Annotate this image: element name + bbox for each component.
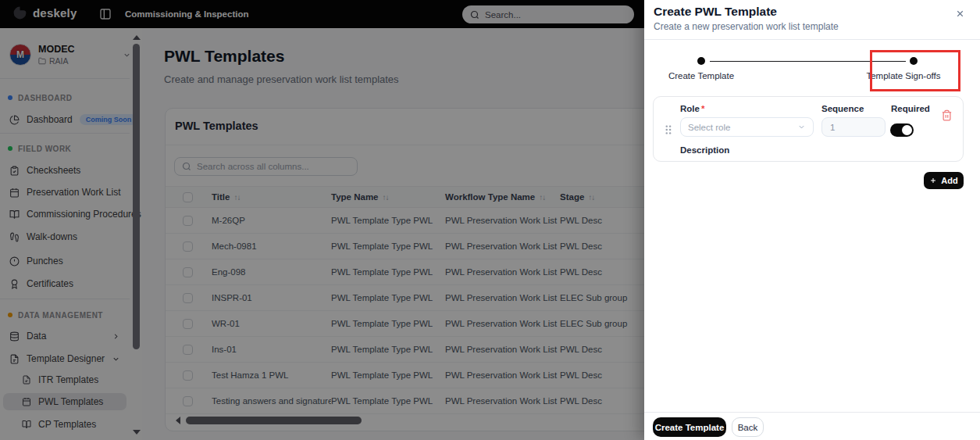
divider: [644, 39, 980, 40]
red-annotation-box: [870, 50, 960, 91]
drawer-title: Create PWL Template: [654, 5, 777, 19]
chevron-down-icon: [797, 123, 806, 131]
modal-dim-overlay[interactable]: [0, 0, 644, 440]
divider: [644, 412, 980, 413]
close-icon[interactable]: [953, 6, 967, 20]
toggle-knob: [902, 125, 912, 135]
role-label: Role*: [680, 104, 704, 113]
role-select[interactable]: Select role: [680, 117, 814, 137]
signoff-row-card: Role* Select role Sequence Required Desc…: [653, 96, 964, 162]
trash-icon[interactable]: [941, 109, 953, 121]
sequence-input[interactable]: [821, 117, 886, 137]
required-asterisk: *: [701, 104, 704, 113]
description-label: Description: [680, 145, 729, 155]
drag-handle-icon[interactable]: [665, 124, 672, 135]
plus-icon: [929, 177, 937, 184]
required-label: Required: [891, 104, 930, 113]
step-dot-create-template: [697, 57, 705, 65]
create-template-button[interactable]: Create Template: [653, 417, 726, 437]
step-label-create-template[interactable]: Create Template: [650, 71, 752, 80]
required-toggle[interactable]: [890, 123, 914, 137]
sequence-label: Sequence: [821, 104, 864, 113]
role-select-placeholder: Select role: [688, 123, 797, 132]
create-pwl-template-drawer: Create PWL Template Create a new preserv…: [644, 0, 980, 440]
back-button[interactable]: Back: [732, 417, 764, 437]
add-signoff-button[interactable]: Add: [924, 172, 964, 189]
drawer-subtitle: Create a new preservation work list temp…: [654, 21, 839, 32]
